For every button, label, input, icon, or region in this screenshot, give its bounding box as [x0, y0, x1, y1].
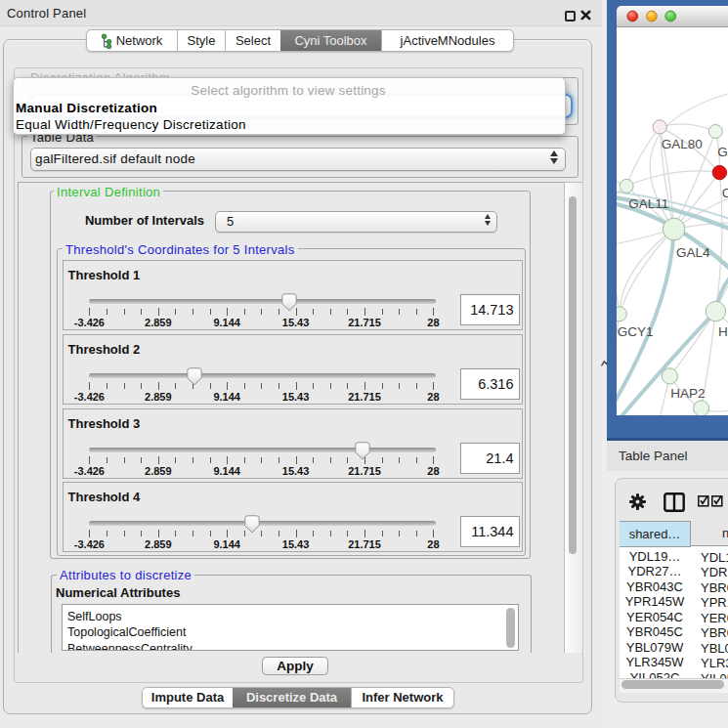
svg-text:GAL80: GAL80 [662, 137, 703, 151]
svg-text:HAP2: HAP2 [670, 386, 705, 401]
svg-text:GCY1: GCY1 [618, 324, 654, 339]
svg-text:H: H [718, 324, 728, 339]
svg-text:GA: GA [717, 145, 728, 159]
svg-text:GAL11: GAL11 [628, 196, 668, 211]
svg-text:GAL4: GAL4 [676, 245, 710, 260]
svg-text:C: C [722, 186, 728, 200]
